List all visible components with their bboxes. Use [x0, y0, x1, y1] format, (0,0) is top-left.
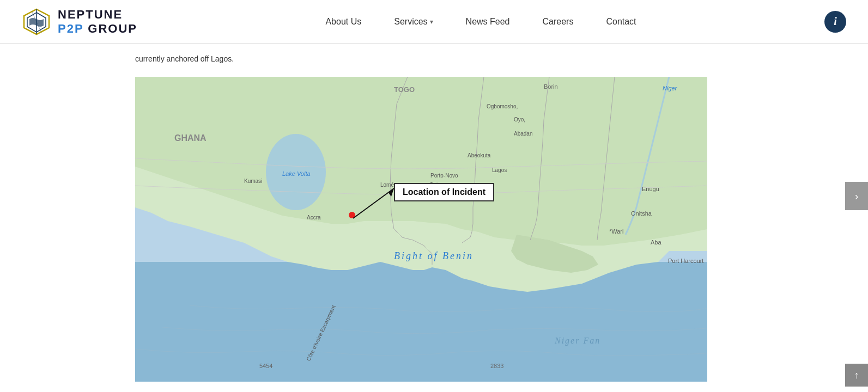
nav-careers[interactable]: Careers — [526, 0, 590, 44]
nav-about[interactable]: About Us — [309, 0, 378, 44]
svg-text:Niger: Niger — [663, 85, 678, 91]
svg-text:*Wari: *Wari — [609, 228, 623, 235]
info-button[interactable]: i — [824, 11, 846, 33]
svg-text:Bight of Benin: Bight of Benin — [394, 250, 474, 261]
logo-text: NEPTUNE P2P GROUP — [58, 8, 137, 35]
intro-text: currently anchored off Lagos. — [135, 44, 626, 74]
svg-text:Lomé: Lomé — [380, 182, 394, 188]
main-content: currently anchored off Lagos. Lake Volta — [0, 44, 868, 382]
logo[interactable]: NEPTUNE P2P GROUP — [22, 7, 137, 36]
logo-p2p: P2P GROUP — [58, 22, 137, 35]
svg-text:Niger Fan: Niger Fan — [554, 336, 600, 346]
svg-text:GHANA: GHANA — [174, 133, 207, 143]
svg-text:Abeokuta: Abeokuta — [468, 152, 491, 158]
nav-services[interactable]: Services ▾ — [378, 0, 449, 44]
svg-text:Port Harcourt: Port Harcourt — [668, 258, 703, 264]
svg-text:Ogbomosho,: Ogbomosho, — [487, 103, 518, 109]
svg-text:Onitsha: Onitsha — [631, 210, 652, 217]
svg-text:2833: 2833 — [490, 363, 503, 369]
location-label: Location of Incident — [394, 183, 494, 201]
svg-text:Kumasi: Kumasi — [244, 178, 262, 184]
svg-text:Oyo,: Oyo, — [514, 117, 525, 122]
header: NEPTUNE P2P GROUP About Us Services ▾ Ne… — [0, 0, 868, 44]
logo-group-text: GROUP — [83, 22, 137, 35]
incident-dot — [349, 212, 355, 218]
svg-text:Enugu: Enugu — [642, 186, 659, 192]
main-nav: About Us Services ▾ News Feed Careers Co… — [309, 0, 652, 44]
svg-text:Lake Volta: Lake Volta — [282, 170, 311, 177]
chevron-down-icon: ▾ — [430, 18, 433, 26]
logo-p2p-text: P2P — [58, 22, 83, 35]
svg-text:Accra: Accra — [307, 215, 321, 220]
nav-newsfeed[interactable]: News Feed — [450, 0, 526, 44]
logo-neptune: NEPTUNE — [58, 8, 137, 21]
svg-rect-6 — [135, 262, 707, 382]
scroll-top-button[interactable]: ↑ — [845, 364, 868, 387]
map-svg: Lake Volta Niger GHANA NIGERIA TOGO Bori… — [135, 77, 707, 382]
services-label: Services — [394, 17, 427, 27]
svg-text:TOGO: TOGO — [394, 85, 415, 94]
svg-text:Lagos: Lagos — [492, 167, 507, 173]
next-slide-arrow[interactable]: › — [845, 182, 868, 210]
svg-text:5454: 5454 — [259, 363, 272, 369]
svg-text:Borin: Borin — [544, 83, 558, 90]
svg-text:Porto-Novo: Porto-Novo — [430, 173, 458, 179]
svg-text:Aba: Aba — [651, 239, 661, 246]
logo-icon — [22, 7, 51, 36]
svg-text:Abadan: Abadan — [514, 131, 532, 137]
map-container: Lake Volta Niger GHANA NIGERIA TOGO Bori… — [135, 77, 707, 382]
nav-contact[interactable]: Contact — [590, 0, 652, 44]
